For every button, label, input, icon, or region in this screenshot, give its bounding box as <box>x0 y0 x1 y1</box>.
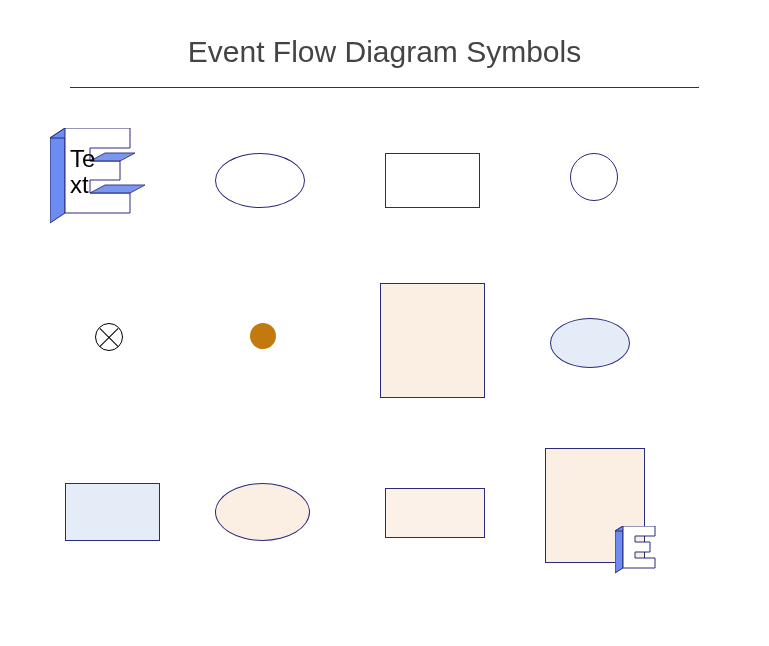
svg-marker-0 <box>50 128 65 223</box>
symbol-filled-dot <box>250 323 276 349</box>
symbol-ellipse-blue <box>550 318 630 368</box>
svg-marker-4 <box>615 526 623 573</box>
symbol-xor-gate <box>95 323 123 351</box>
symbol-rectangle-blue <box>65 483 160 541</box>
symbol-rectangle-peach-small <box>385 488 485 538</box>
svg-marker-2 <box>90 153 135 161</box>
symbol-ellipse-plain <box>215 153 305 208</box>
symbol-ellipse-peach <box>215 483 310 541</box>
title-divider <box>70 87 699 88</box>
symbol-rectangle-peach-with-e <box>545 448 645 563</box>
small-e-icon <box>615 526 660 578</box>
symbol-rectangle-peach-large <box>380 283 485 398</box>
diagram-title: Event Flow Diagram Symbols <box>0 0 769 69</box>
symbol-grid: Te xt <box>60 128 709 628</box>
svg-marker-3 <box>90 185 145 193</box>
symbol-3d-e-block: Te xt <box>50 128 140 223</box>
symbol-circle-plain <box>570 153 618 201</box>
e-block-label: Te xt <box>70 146 95 199</box>
symbol-rectangle-plain <box>385 153 480 208</box>
